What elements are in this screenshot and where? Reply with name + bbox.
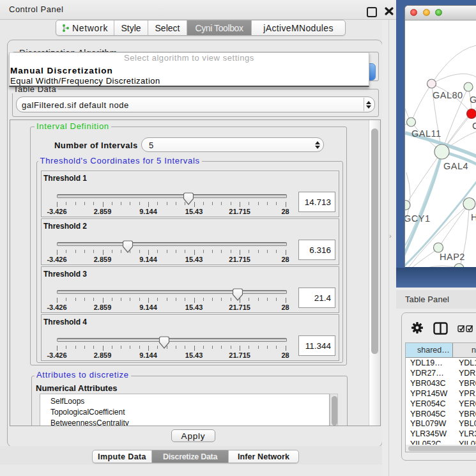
svg-text:GAL...: GAL... xyxy=(470,95,476,105)
svg-text:HA: HA xyxy=(471,212,476,222)
svg-text:CR: CR xyxy=(472,121,476,131)
svg-text:GAL11: GAL11 xyxy=(411,128,441,139)
svg-text:GCY1: GCY1 xyxy=(405,213,431,224)
svg-text:GAL80: GAL80 xyxy=(433,90,463,100)
svg-text:GAL4: GAL4 xyxy=(443,161,468,171)
svg-text:HAP2: HAP2 xyxy=(440,252,465,262)
